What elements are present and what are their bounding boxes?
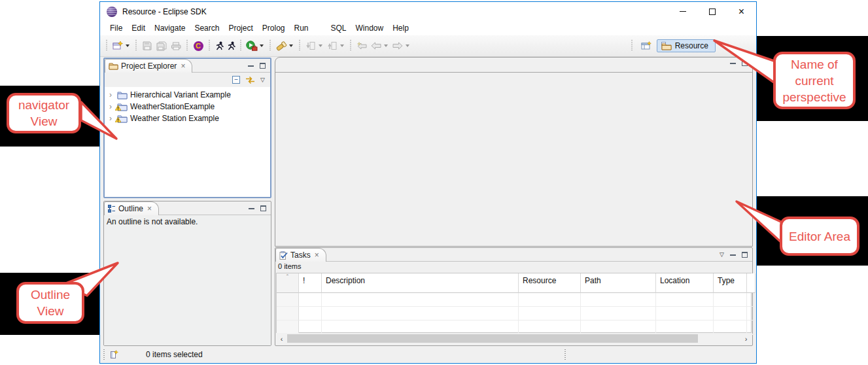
link-with-editor-icon[interactable] [245, 76, 255, 84]
forward-dropdown[interactable] [406, 44, 409, 47]
minimize-view-icon[interactable] [730, 254, 736, 256]
title-bar[interactable]: Resource - Eclipse SDK × [100, 2, 756, 21]
project-folder-warning-icon [117, 103, 128, 111]
close-icon[interactable]: × [181, 61, 185, 71]
menu-window[interactable]: Window [351, 22, 389, 34]
column-header-type[interactable]: Type [714, 273, 747, 293]
outline-view: Outline × An outline is not available. [103, 201, 271, 346]
tree-item[interactable]: › Hierarchical Variant Example [105, 89, 270, 101]
editor-empty-area[interactable] [275, 73, 752, 246]
window-title: Resource - Eclipse SDK [122, 7, 207, 16]
callout-text: View [37, 303, 64, 319]
horizontal-scrollbar[interactable]: ‹ › [276, 333, 752, 344]
back-button[interactable] [369, 38, 383, 54]
column-header-priority[interactable]: ! [299, 273, 322, 293]
run-man-button[interactable] [225, 38, 237, 54]
tab-tasks[interactable]: Tasks × [275, 248, 326, 262]
minimize-button[interactable] [668, 2, 697, 21]
new-wizard-dropdown[interactable] [126, 44, 130, 47]
scroll-left-icon[interactable]: ‹ [276, 333, 287, 344]
perspective-bar: Resource [628, 38, 716, 54]
tree-item[interactable]: › WeatherStationExample [105, 101, 270, 113]
maximize-view-icon[interactable] [260, 63, 266, 69]
debug-run-man-button[interactable] [213, 38, 225, 54]
previous-annotation-dropdown[interactable] [340, 44, 344, 47]
next-annotation-button[interactable] [304, 38, 318, 54]
previous-annotation-button[interactable] [325, 38, 339, 54]
save-all-button[interactable] [154, 38, 169, 54]
warning-overlay-icon [115, 103, 121, 113]
run-external-tools-dropdown[interactable] [260, 44, 264, 47]
column-header-location[interactable]: Location [656, 273, 714, 293]
menu-run[interactable]: Run [289, 22, 313, 34]
statusbar-splitter[interactable] [564, 349, 566, 360]
back-dropdown[interactable] [384, 44, 388, 47]
minimize-view-icon[interactable] [249, 208, 254, 209]
chevron-right-icon[interactable]: › [109, 102, 114, 111]
search-dropdown[interactable] [289, 44, 293, 47]
maximize-view-icon[interactable] [260, 205, 266, 211]
close-icon[interactable]: × [315, 251, 319, 260]
open-perspective-button[interactable] [639, 38, 653, 54]
next-annotation-dropdown[interactable] [319, 44, 322, 47]
menu-project[interactable]: Project [224, 22, 257, 34]
column-header-description[interactable]: Description [322, 273, 519, 293]
table-cell [322, 307, 519, 321]
table-cell [299, 307, 322, 321]
close-icon[interactable]: × [147, 204, 152, 213]
toolbar-separator [240, 40, 241, 52]
save-button[interactable] [140, 38, 154, 54]
maximize-view-icon[interactable] [742, 252, 748, 258]
forward-button[interactable] [391, 38, 405, 54]
column-header-path[interactable]: Path [581, 273, 656, 293]
menu-navigate[interactable]: Navigate [150, 22, 190, 34]
fast-view-icon[interactable] [111, 350, 118, 359]
chevron-right-icon[interactable]: › [109, 90, 114, 99]
view-menu-icon[interactable]: ▽ [720, 252, 724, 258]
close-button[interactable]: × [727, 2, 756, 21]
table-cell [656, 293, 714, 307]
collapse-all-icon[interactable]: − [232, 76, 240, 84]
menu-file[interactable]: File [105, 22, 127, 34]
table-cell [299, 321, 322, 334]
prolog-console-button[interactable]: C [191, 38, 205, 54]
column-header-sort[interactable]: ˆ [277, 273, 299, 293]
last-edit-location-button[interactable] [355, 38, 369, 54]
new-wizard-button[interactable] [111, 38, 125, 54]
search-button[interactable] [274, 38, 288, 54]
scroll-right-icon[interactable]: › [740, 333, 752, 344]
table-cell [747, 321, 755, 334]
chevron-right-icon[interactable]: › [109, 114, 114, 123]
tab-project-explorer[interactable]: Project Explorer × [105, 59, 192, 73]
menu-help[interactable]: Help [388, 22, 413, 34]
column-header-resource[interactable]: Resource [519, 273, 581, 293]
maximize-view-icon[interactable] [742, 60, 748, 66]
selection-status-label: 0 items selected [146, 350, 203, 359]
print-button[interactable] [169, 38, 183, 54]
outline-icon [108, 205, 116, 213]
minimize-view-icon[interactable] [248, 65, 254, 67]
previous-annotation-icon [328, 41, 337, 50]
tab-label: Outline [118, 204, 143, 213]
toolbar-separator [135, 40, 137, 52]
toolbar-separator [209, 40, 210, 52]
editor-area-callout: Editor Area [780, 217, 859, 256]
callout-text: Name of [791, 56, 838, 73]
table-cell [277, 307, 299, 321]
run-external-tools-button[interactable] [245, 38, 259, 54]
menu-sql[interactable]: SQL [326, 22, 351, 34]
tab-label: Project Explorer [121, 61, 177, 71]
warning-overlay-icon [115, 115, 121, 124]
tree-item[interactable]: › Weather Station Example [105, 113, 270, 124]
menu-search[interactable]: Search [190, 22, 224, 34]
view-menu-icon[interactable]: ▽ [260, 77, 265, 83]
minimize-view-icon[interactable] [730, 63, 736, 64]
menu-edit[interactable]: Edit [127, 22, 150, 34]
menu-bar: File Edit Navigate Search Project Prolog… [100, 21, 756, 35]
tab-outline[interactable]: Outline × [104, 201, 159, 215]
scrollbar-thumb[interactable] [287, 334, 698, 343]
statusbar-splitter[interactable] [103, 349, 105, 360]
resource-perspective-button[interactable]: Resource [657, 39, 716, 52]
menu-prolog[interactable]: Prolog [258, 22, 290, 34]
maximize-button[interactable] [697, 2, 727, 21]
